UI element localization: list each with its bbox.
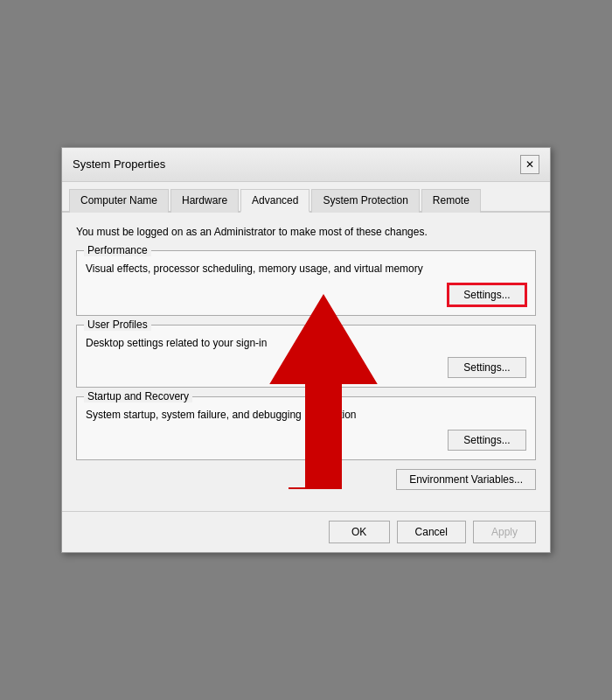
user-profiles-settings-button[interactable]: Settings... [448, 357, 526, 378]
admin-notice: You must be logged on as an Administrato… [76, 225, 536, 240]
title-bar: System Properties ✕ [62, 148, 550, 182]
performance-label: Performance [84, 244, 151, 256]
performance-desc: Visual effects, processor scheduling, me… [86, 262, 526, 276]
tab-system-protection[interactable]: System Protection [311, 189, 419, 213]
cancel-button[interactable]: Cancel [397, 521, 466, 543]
dialog-title: System Properties [73, 158, 165, 171]
bottom-buttons: OK Cancel Apply [62, 511, 550, 552]
tab-computer-name[interactable]: Computer Name [69, 189, 169, 213]
tab-advanced[interactable]: Advanced [240, 189, 309, 213]
tab-remote[interactable]: Remote [421, 189, 481, 213]
startup-recovery-settings-button[interactable]: Settings... [448, 430, 526, 451]
startup-recovery-desc: System startup, system failure, and debu… [86, 408, 526, 423]
tab-content: You must be logged on as an Administrato… [62, 213, 550, 511]
user-profiles-desc: Desktop settings related to your sign-in [86, 336, 526, 351]
performance-settings-button[interactable]: Settings... [448, 284, 526, 306]
tab-hardware[interactable]: Hardware [170, 189, 239, 213]
startup-recovery-btn-row: Settings... [86, 430, 526, 451]
user-profiles-btn-row: Settings... [86, 357, 526, 378]
startup-recovery-label: Startup and Recovery [84, 390, 192, 402]
environment-variables-button[interactable]: Environment Variables... [396, 469, 536, 490]
performance-section: Performance Visual effects, processor sc… [76, 250, 536, 316]
startup-recovery-section: Startup and Recovery System startup, sys… [76, 396, 536, 460]
user-profiles-section: User Profiles Desktop settings related t… [76, 325, 536, 388]
tabs-container: Computer Name Hardware Advanced System P… [62, 182, 550, 213]
close-button[interactable]: ✕ [520, 155, 539, 174]
ok-button[interactable]: OK [329, 521, 390, 543]
user-profiles-label: User Profiles [84, 318, 151, 331]
apply-button[interactable]: Apply [473, 521, 536, 543]
system-properties-dialog: System Properties ✕ Computer Name Hardwa… [61, 147, 551, 553]
env-btn-row: Environment Variables... [76, 469, 536, 490]
performance-btn-row: Settings... [86, 284, 526, 306]
